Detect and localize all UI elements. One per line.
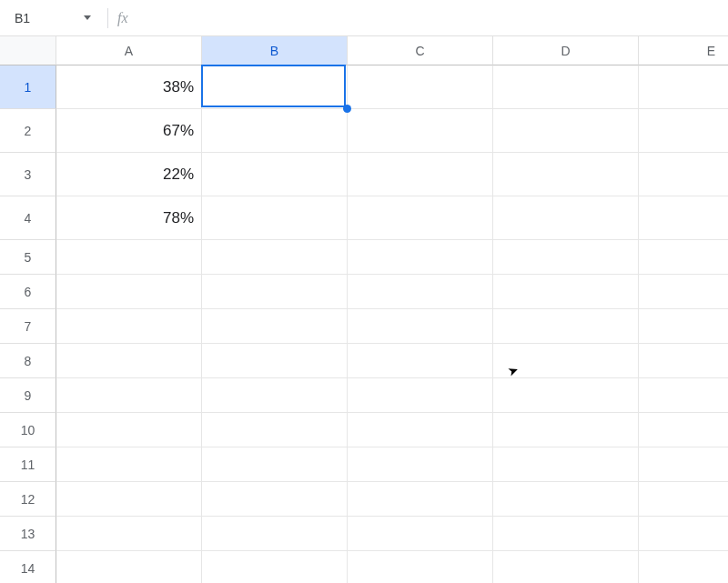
formula-input[interactable] bbox=[136, 5, 721, 31]
cell-d9[interactable] bbox=[493, 378, 639, 413]
cell-e7[interactable] bbox=[639, 309, 728, 344]
cell-c12[interactable] bbox=[348, 482, 493, 517]
cell-a10[interactable] bbox=[56, 413, 202, 447]
name-box[interactable]: B1 bbox=[7, 5, 98, 31]
row-header-3[interactable]: 3 bbox=[0, 153, 56, 196]
row-header-7[interactable]: 7 bbox=[0, 309, 56, 344]
cell-b12[interactable] bbox=[202, 482, 348, 517]
cell-d8[interactable] bbox=[493, 344, 639, 378]
table-row: 38% bbox=[56, 65, 728, 109]
cell-b8[interactable] bbox=[202, 344, 348, 378]
cell-e8[interactable] bbox=[639, 344, 728, 378]
column-header-a[interactable]: A bbox=[56, 36, 202, 65]
cell-d1[interactable] bbox=[493, 65, 639, 109]
cell-a7[interactable] bbox=[56, 309, 202, 344]
cell-c2[interactable] bbox=[348, 109, 493, 153]
cell-d14[interactable] bbox=[493, 551, 639, 583]
cell-b3[interactable] bbox=[202, 153, 348, 196]
row-header-12[interactable]: 12 bbox=[0, 482, 56, 517]
row-header-1[interactable]: 1 bbox=[0, 65, 56, 109]
cell-d2[interactable] bbox=[493, 109, 639, 153]
column-header-b[interactable]: B bbox=[202, 36, 348, 65]
cell-a11[interactable] bbox=[56, 447, 202, 482]
column-header-c[interactable]: C bbox=[348, 36, 493, 65]
cell-b11[interactable] bbox=[202, 447, 348, 482]
cell-c8[interactable] bbox=[348, 344, 493, 378]
cell-a1[interactable]: 38% bbox=[56, 65, 202, 109]
cell-b5[interactable] bbox=[202, 240, 348, 275]
cell-b1[interactable] bbox=[202, 65, 348, 109]
cell-a13[interactable] bbox=[56, 517, 202, 551]
row-header-8[interactable]: 8 bbox=[0, 344, 56, 378]
cell-c14[interactable] bbox=[348, 551, 493, 583]
cell-e14[interactable] bbox=[639, 551, 728, 583]
divider bbox=[107, 8, 108, 28]
cell-b10[interactable] bbox=[202, 413, 348, 447]
row-header-11[interactable]: 11 bbox=[0, 447, 56, 482]
row-header-2[interactable]: 2 bbox=[0, 109, 56, 153]
cell-a4[interactable]: 78% bbox=[56, 196, 202, 240]
cell-a2[interactable]: 67% bbox=[56, 109, 202, 153]
cell-e12[interactable] bbox=[639, 482, 728, 517]
cell-c4[interactable] bbox=[348, 196, 493, 240]
cell-e9[interactable] bbox=[639, 378, 728, 413]
cell-c7[interactable] bbox=[348, 309, 493, 344]
cell-b2[interactable] bbox=[202, 109, 348, 153]
cell-e5[interactable] bbox=[639, 240, 728, 275]
cell-e2[interactable] bbox=[639, 109, 728, 153]
cell-c11[interactable] bbox=[348, 447, 493, 482]
cell-a5[interactable] bbox=[56, 240, 202, 275]
cell-e4[interactable] bbox=[639, 196, 728, 240]
cell-e11[interactable] bbox=[639, 447, 728, 482]
cell-a8[interactable] bbox=[56, 344, 202, 378]
cell-c9[interactable] bbox=[348, 378, 493, 413]
cell-d3[interactable] bbox=[493, 153, 639, 196]
cell-b6[interactable] bbox=[202, 275, 348, 309]
cell-a12[interactable] bbox=[56, 482, 202, 517]
fx-icon[interactable]: fx bbox=[117, 10, 128, 26]
cell-e13[interactable] bbox=[639, 517, 728, 551]
cell-d7[interactable] bbox=[493, 309, 639, 344]
row-header-13[interactable]: 13 bbox=[0, 517, 56, 551]
cell-e10[interactable] bbox=[639, 413, 728, 447]
cell-e6[interactable] bbox=[639, 275, 728, 309]
cell-c1[interactable] bbox=[348, 65, 493, 109]
row-header-6[interactable]: 6 bbox=[0, 275, 56, 309]
cells-area[interactable]: 38%67%22%78% bbox=[56, 65, 728, 583]
cell-d6[interactable] bbox=[493, 275, 639, 309]
cell-b14[interactable] bbox=[202, 551, 348, 583]
cell-b13[interactable] bbox=[202, 517, 348, 551]
cell-b7[interactable] bbox=[202, 309, 348, 344]
column-header-d[interactable]: D bbox=[493, 36, 639, 65]
spreadsheet-grid[interactable]: ABCDE 123456789101112131415 38%67%22%78% bbox=[0, 36, 728, 583]
row-header-9[interactable]: 9 bbox=[0, 378, 56, 413]
cell-d12[interactable] bbox=[493, 482, 639, 517]
cell-c10[interactable] bbox=[348, 413, 493, 447]
cell-d10[interactable] bbox=[493, 413, 639, 447]
row-header-10[interactable]: 10 bbox=[0, 413, 56, 447]
row-header-4[interactable]: 4 bbox=[0, 196, 56, 240]
cell-c5[interactable] bbox=[348, 240, 493, 275]
table-row bbox=[56, 482, 728, 517]
cell-d13[interactable] bbox=[493, 517, 639, 551]
cell-c3[interactable] bbox=[348, 153, 493, 196]
cell-b9[interactable] bbox=[202, 378, 348, 413]
cell-d4[interactable] bbox=[493, 196, 639, 240]
cell-b4[interactable] bbox=[202, 196, 348, 240]
cell-c6[interactable] bbox=[348, 275, 493, 309]
row-header-14[interactable]: 14 bbox=[0, 551, 56, 583]
cell-d5[interactable] bbox=[493, 240, 639, 275]
cell-a3[interactable]: 22% bbox=[56, 153, 202, 196]
cell-e1[interactable] bbox=[639, 65, 728, 109]
row-header-5[interactable]: 5 bbox=[0, 240, 56, 275]
cell-a14[interactable] bbox=[56, 551, 202, 583]
select-all-corner[interactable] bbox=[0, 36, 56, 65]
cell-e3[interactable] bbox=[639, 153, 728, 196]
column-header-e[interactable]: E bbox=[639, 36, 728, 65]
cell-a9[interactable] bbox=[56, 378, 202, 413]
table-row bbox=[56, 447, 728, 482]
cell-c13[interactable] bbox=[348, 517, 493, 551]
table-row bbox=[56, 344, 728, 378]
cell-a6[interactable] bbox=[56, 275, 202, 309]
cell-d11[interactable] bbox=[493, 447, 639, 482]
